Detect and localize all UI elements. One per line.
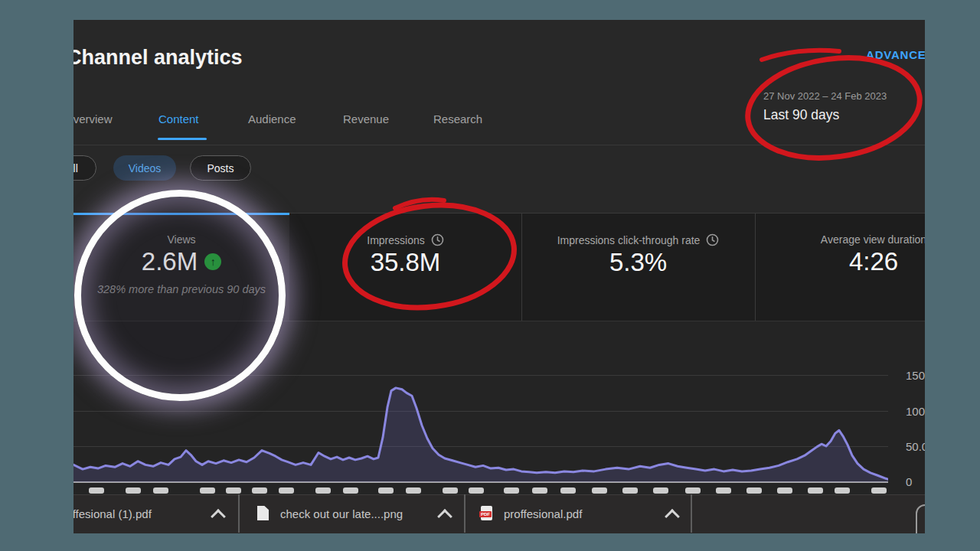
clock-icon — [706, 233, 719, 246]
x-tick-dash — [835, 487, 850, 494]
chevron-up-icon[interactable] — [437, 509, 452, 524]
red-circle-impressions-tail — [395, 200, 444, 208]
x-tick-dash — [532, 487, 547, 494]
download-item-1[interactable]: proffesional (1).pdf — [74, 507, 152, 520]
page-title: Channel analytics — [74, 46, 243, 70]
x-tick-dash — [406, 487, 421, 494]
date-range-picker[interactable]: 27 Nov 2022 – 24 Feb 2023 Last 90 days — [763, 90, 887, 123]
views-line-chart — [74, 337, 888, 485]
views-up-trend-icon: ↑ — [204, 253, 221, 270]
date-range-text: 27 Nov 2022 – 24 Feb 2023 — [763, 90, 887, 102]
x-tick-dash — [716, 487, 731, 494]
selected-card-indicator — [74, 213, 289, 215]
tab-audience[interactable]: Audience — [248, 112, 296, 126]
card-divider — [755, 213, 756, 321]
chip-posts[interactable]: Posts — [190, 155, 251, 181]
ctr-value: 5.3% — [609, 249, 667, 276]
views-label: Views — [167, 233, 195, 246]
avg-duration-label: Average view duration — [821, 233, 925, 246]
y-tick-100k: 100.0K — [906, 405, 925, 418]
x-tick-dash — [622, 487, 638, 494]
shelf-divider — [238, 494, 240, 533]
tab-research[interactable]: Research — [433, 112, 482, 126]
impressions-value: 35.8M — [371, 249, 441, 276]
chevron-up-icon[interactable] — [665, 509, 680, 524]
generic-file-icon — [257, 506, 269, 520]
tab-revenue[interactable]: Revenue — [343, 112, 389, 126]
views-comparison-note: 328% more than previous 90 days — [97, 283, 266, 295]
youtube-studio-analytics-window: Channel analytics ADVANCED 27 Nov 2022 –… — [74, 20, 925, 533]
chip-videos[interactable]: Videos — [113, 155, 176, 181]
x-tick-dash — [343, 487, 358, 494]
x-tick-dash — [560, 487, 576, 494]
y-tick-0: 0 — [906, 475, 912, 488]
x-tick-dash — [469, 487, 484, 494]
x-tick-dash — [746, 487, 762, 494]
show-all-downloads-button-partial[interactable] — [916, 504, 925, 533]
y-tick-150k: 150.0K — [906, 369, 925, 382]
download-item-2[interactable]: check out our late....png — [280, 507, 403, 520]
x-tick-dash — [685, 487, 701, 494]
y-tick-50k: 50.0K — [906, 440, 925, 453]
x-tick-dash — [808, 487, 823, 494]
avg-duration-value: 4:26 — [849, 248, 898, 276]
ctr-label: Impressions click-through rate — [557, 234, 701, 246]
tabbar-divider — [74, 145, 925, 145]
x-tick-dash — [443, 487, 458, 494]
impressions-label: Impressions — [367, 234, 424, 246]
shelf-divider — [691, 494, 692, 533]
tab-content[interactable]: Content — [158, 112, 199, 126]
red-circle-date-tail — [762, 51, 839, 60]
x-tick-dash — [315, 487, 331, 494]
metric-card-ctr[interactable]: Impressions click-through rate 5.3% — [521, 213, 755, 276]
pdf-file-icon: PDF — [481, 506, 492, 520]
date-preset-text: Last 90 days — [763, 107, 887, 123]
shelf-divider — [464, 494, 466, 533]
download-item-3[interactable]: proffesional.pdf — [504, 507, 582, 520]
tab-overview[interactable]: Overview — [74, 112, 113, 126]
x-tick-dash — [200, 487, 215, 494]
x-tick-dash — [153, 487, 168, 494]
metric-card-views[interactable]: Views 2.6M ↑ 328% more than previous 90 … — [74, 213, 289, 321]
x-tick-dash — [89, 487, 104, 494]
card-divider — [521, 213, 522, 321]
letterbox-frame: Channel analytics ADVANCED 27 Nov 2022 –… — [0, 0, 980, 551]
x-tick-dash — [504, 487, 519, 494]
metric-card-avg-duration[interactable]: Average view duration 4:26 — [755, 213, 925, 276]
views-value: 2.6M — [142, 248, 198, 276]
x-tick-dash — [279, 487, 294, 494]
downloads-shelf-items: proffesional (1).pdf check out our late.… — [74, 494, 925, 533]
x-tick-dash — [378, 487, 394, 494]
clock-icon — [431, 233, 444, 246]
x-tick-dash — [871, 487, 887, 494]
chevron-up-icon[interactable] — [211, 509, 226, 524]
x-axis-dashes — [74, 487, 888, 494]
chip-all[interactable]: All — [74, 155, 96, 181]
x-tick-dash — [252, 487, 267, 494]
x-tick-dash — [653, 487, 668, 494]
active-tab-underline — [158, 138, 207, 140]
advanced-mode-button[interactable]: ADVANCED — [866, 48, 925, 61]
x-tick-dash — [592, 487, 607, 494]
x-tick-dash — [126, 487, 141, 494]
x-tick-dash — [226, 487, 241, 494]
metric-card-impressions[interactable]: Impressions 35.8M — [289, 213, 521, 276]
x-tick-dash — [777, 487, 792, 494]
